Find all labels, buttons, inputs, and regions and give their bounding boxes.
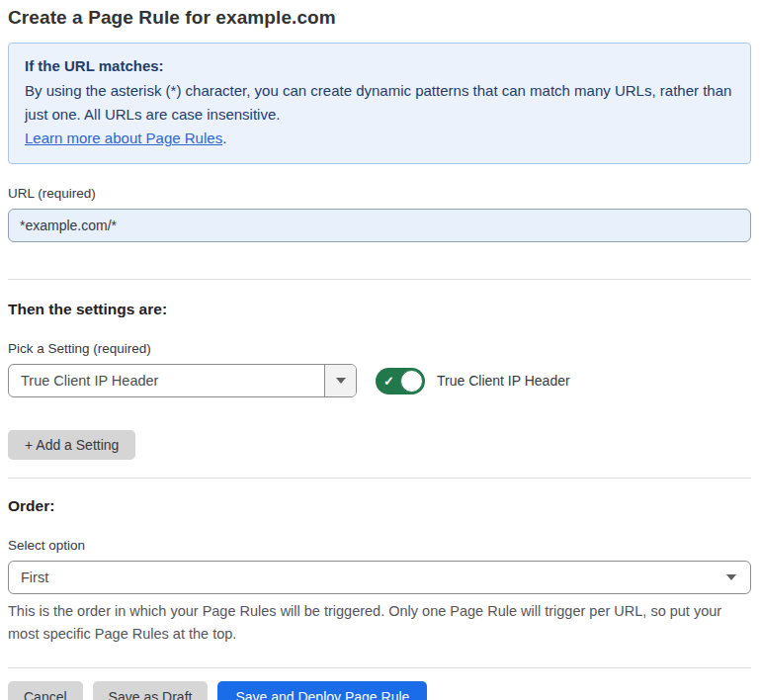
footer-actions: Cancel Save as Draft Save and Deploy Pag… bbox=[8, 681, 751, 700]
url-match-info-box: If the URL matches: By using the asteris… bbox=[8, 43, 751, 164]
divider bbox=[8, 279, 751, 280]
setting-select-arrow-button[interactable] bbox=[324, 365, 356, 396]
save-draft-button[interactable]: Save as Draft bbox=[93, 681, 209, 700]
save-deploy-button[interactable]: Save and Deploy Page Rule bbox=[217, 681, 427, 700]
toggle-knob bbox=[400, 370, 423, 393]
settings-section-heading: Then the settings are: bbox=[8, 301, 751, 318]
setting-row: True Client IP Header ✓ True Client IP H… bbox=[8, 364, 751, 397]
create-page-rule-form: Create a Page Rule for example.com If th… bbox=[0, 0, 760, 700]
url-field-label: URL (required) bbox=[8, 186, 751, 201]
info-box-body: By using the asterisk (*) character, you… bbox=[25, 79, 734, 127]
learn-more-link[interactable]: Learn more about Page Rules bbox=[25, 130, 222, 146]
setting-select[interactable]: True Client IP Header bbox=[8, 364, 357, 397]
url-input[interactable] bbox=[8, 209, 751, 242]
setting-select-value: True Client IP Header bbox=[9, 365, 324, 396]
divider bbox=[8, 478, 751, 479]
chevron-down-icon bbox=[726, 574, 736, 580]
link-suffix: . bbox=[222, 130, 226, 146]
info-box-link-line: Learn more about Page Rules. bbox=[25, 127, 734, 150]
page-title: Create a Page Rule for example.com bbox=[8, 7, 751, 29]
order-help-text: This is the order in which your Page Rul… bbox=[8, 600, 744, 646]
pick-setting-label: Pick a Setting (required) bbox=[8, 341, 751, 356]
check-icon: ✓ bbox=[383, 375, 394, 388]
order-select-caret-wrap bbox=[726, 562, 750, 593]
setting-toggle[interactable]: ✓ bbox=[376, 368, 425, 394]
order-select-value: First bbox=[9, 562, 726, 593]
select-option-label: Select option bbox=[8, 538, 751, 553]
order-section-heading: Order: bbox=[8, 497, 751, 515]
order-select[interactable]: First bbox=[8, 561, 751, 594]
add-setting-button[interactable]: + Add a Setting bbox=[8, 430, 135, 460]
divider bbox=[8, 667, 751, 668]
chevron-down-icon bbox=[336, 378, 346, 384]
cancel-button[interactable]: Cancel bbox=[8, 681, 83, 700]
info-box-heading: If the URL matches: bbox=[25, 54, 734, 78]
toggle-label: True Client IP Header bbox=[437, 373, 570, 389]
